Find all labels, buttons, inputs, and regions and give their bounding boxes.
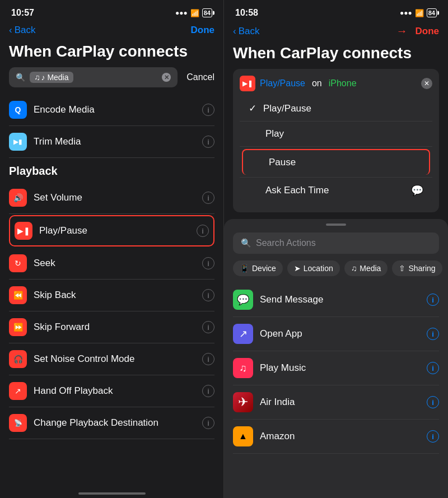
right-screen: 10:58 ●●● 📶 84 ‹ Back → Done	[224, 0, 448, 498]
media-note-icon: ♫	[351, 264, 357, 273]
left-page-title: When CarPlay connects	[0, 40, 223, 67]
right-battery-indicator: 84	[427, 8, 437, 17]
send-message-info-button[interactable]: i	[427, 294, 439, 306]
action-card-title[interactable]: Play/Pause	[260, 78, 305, 89]
seek-label: Seek	[34, 258, 195, 269]
action-card-icon: ▶❚	[240, 76, 255, 91]
action-card-device[interactable]: iPhone	[329, 78, 357, 89]
amazon-label: Amazon	[260, 431, 420, 442]
left-time: 10:57	[11, 8, 34, 18]
search-tag: ♫ ♪ Media	[30, 72, 73, 83]
air-india-info-button[interactable]: i	[427, 396, 439, 408]
bottom-search-icon: 🔍	[241, 238, 251, 248]
noise-control-icon: 🎧	[9, 350, 27, 368]
bottom-list-item[interactable]: 💬 Send Message i	[233, 283, 439, 317]
left-nav: ‹ Back Done	[0, 22, 223, 40]
list-item[interactable]: 📡 Change Playback Destination i	[9, 407, 214, 439]
skip-back-icon: ⏪	[9, 286, 27, 304]
seek-info-button[interactable]: i	[202, 257, 214, 269]
drag-handle	[326, 224, 346, 226]
bottom-list-item[interactable]: ↗ Open App i	[233, 317, 439, 351]
list-item[interactable]: Q Encode Media i	[9, 94, 214, 126]
location-icon: ➤	[294, 264, 301, 273]
music-note-icon: ♫	[34, 73, 40, 82]
air-india-icon: ✈	[233, 392, 253, 412]
left-status-bar: 10:57 ●●● 📶 84	[0, 0, 223, 22]
open-app-info-button[interactable]: i	[427, 328, 439, 340]
bottom-list-item[interactable]: ✈ Air India i	[233, 385, 439, 420]
action-card-on-label: on	[312, 78, 322, 89]
trim-media-info-button[interactable]: i	[202, 136, 214, 148]
encode-media-label: Encode Media	[34, 104, 195, 115]
list-item[interactable]: ⏩ Skip Forward i	[9, 311, 214, 343]
set-volume-info-button[interactable]: i	[202, 192, 214, 204]
bottom-list-item[interactable]: ▲ Amazon i	[233, 420, 439, 454]
trim-media-icon: ▶▮	[9, 133, 27, 151]
encode-media-info-button[interactable]: i	[202, 104, 214, 116]
chip-sharing[interactable]: ⇧ Sharing	[392, 260, 442, 276]
right-done-button[interactable]: Done	[416, 26, 440, 37]
chip-device[interactable]: 📱 Device	[233, 260, 283, 276]
left-back-button[interactable]: ‹ Back	[9, 25, 35, 36]
chip-media[interactable]: ♫ Media	[344, 260, 388, 276]
play-pause-label: Play/Pause	[39, 225, 190, 236]
chip-location[interactable]: ➤ Location	[287, 260, 340, 276]
noise-control-label: Set Noise Control Mode	[34, 353, 195, 365]
dropdown-pause-wrapper: Pause	[240, 147, 432, 178]
right-wifi-icon: 📶	[415, 9, 424, 17]
wifi-icon: 📶	[190, 9, 199, 17]
skip-back-label: Skip Back	[34, 290, 195, 301]
search-cancel-button[interactable]: Cancel	[186, 72, 214, 82]
right-signal-icon: ●●●	[400, 9, 412, 17]
search-clear-button[interactable]: ✕	[162, 73, 171, 82]
check-icon: ✓	[249, 103, 256, 114]
bottom-sheet: 🔍 Search Actions 📱 Device ➤ Location ♫ M…	[224, 219, 448, 498]
encode-media-icon: Q	[9, 101, 27, 119]
pause-option-label: Pause	[269, 157, 296, 168]
handoff-label: Hand Off Playback	[34, 385, 195, 397]
list-item[interactable]: ↻ Seek i	[9, 248, 214, 280]
right-status-icons: ●●● 📶 84	[400, 8, 437, 17]
list-item[interactable]: ⏪ Skip Back i	[9, 280, 214, 311]
bottom-list: 💬 Send Message i ↗ Open App i ♫ Play Mus…	[224, 283, 448, 498]
play-pause-info-button[interactable]: i	[197, 225, 209, 237]
handoff-info-button[interactable]: i	[202, 385, 214, 397]
dropdown-item-ask[interactable]: Ask Each Time 💬	[240, 178, 432, 203]
right-back-button[interactable]: ‹ Back	[233, 26, 259, 37]
amazon-info-button[interactable]: i	[427, 430, 439, 443]
left-search-bar[interactable]: 🔍 ♫ ♪ Media ✕	[9, 67, 178, 87]
bottom-search-placeholder: Search Actions	[256, 238, 316, 248]
dropdown-item-play[interactable]: Play	[240, 122, 432, 147]
play-music-label: Play Music	[260, 362, 420, 374]
skip-back-info-button[interactable]: i	[202, 289, 214, 301]
left-done-button[interactable]: Done	[191, 25, 215, 36]
list-item[interactable]: ↗ Hand Off Playback i	[9, 375, 214, 407]
play-pause-action-icon: ▶❚	[242, 80, 253, 87]
noise-control-info-button[interactable]: i	[202, 353, 214, 365]
action-card-close-button[interactable]: ✕	[421, 78, 432, 89]
play-music-info-button[interactable]: i	[427, 362, 439, 374]
list-item[interactable]: 🔊 Set Volume i	[9, 182, 214, 214]
dropdown-item-pause[interactable]: Pause	[242, 149, 430, 175]
ask-option-label: Ask Each Time	[265, 185, 329, 196]
chat-bubble-icon: 💬	[411, 184, 423, 197]
change-destination-info-button[interactable]: i	[202, 417, 214, 429]
list-item[interactable]: 🎧 Set Noise Control Mode i	[9, 343, 214, 375]
bottom-search-bar[interactable]: 🔍 Search Actions	[233, 232, 439, 254]
dropdown-item-playpause[interactable]: ✓ Play/Pause	[240, 96, 432, 122]
play-pause-icon: ▶❚	[15, 222, 32, 240]
dropdown-menu: ✓ Play/Pause Play Pause	[240, 96, 432, 203]
send-message-icon: 💬	[233, 290, 253, 310]
bottom-list-item[interactable]: ♫ Play Music i	[233, 351, 439, 385]
right-page-title: When CarPlay connects	[224, 42, 448, 69]
right-back-chevron-icon: ‹	[233, 26, 236, 37]
right-nav: ‹ Back → Done	[224, 22, 448, 42]
signal-icon: ●●●	[175, 9, 188, 17]
open-app-label: Open App	[260, 328, 420, 339]
play-pause-list-item[interactable]: ▶❚ Play/Pause i	[9, 215, 214, 246]
play-music-icon: ♫	[233, 358, 253, 378]
list-item[interactable]: ▶▮ Trim Media i	[9, 126, 214, 158]
filter-chips: 📱 Device ➤ Location ♫ Media ⇧ Sharing	[224, 260, 448, 283]
skip-forward-info-button[interactable]: i	[202, 321, 214, 333]
change-destination-icon: 📡	[9, 414, 27, 432]
